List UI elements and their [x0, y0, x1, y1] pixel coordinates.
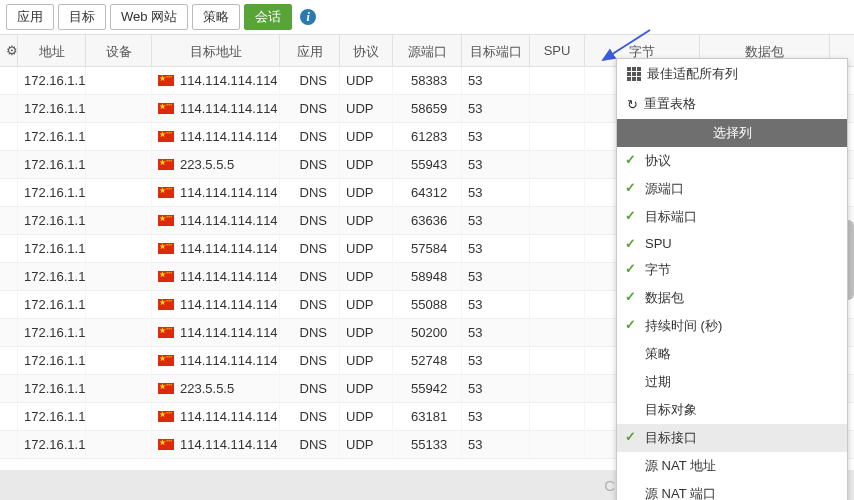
check-icon: ✓: [625, 152, 636, 167]
tab-app[interactable]: 应用: [6, 4, 54, 30]
tab-web[interactable]: Web 网站: [110, 4, 188, 30]
cell-dport: 53: [462, 179, 530, 206]
cell-dev: [86, 347, 152, 374]
col-dev[interactable]: 设备: [86, 35, 152, 66]
row-gutter: [0, 319, 18, 346]
info-icon[interactable]: i: [300, 9, 316, 25]
flag-cn-icon: [158, 131, 174, 142]
cell-src: 172.16.1.18: [18, 179, 86, 206]
flag-cn-icon: [158, 355, 174, 366]
column-toggle[interactable]: ✓目标接口: [617, 424, 847, 452]
flag-cn-icon: [158, 187, 174, 198]
column-toggle[interactable]: ✓字节: [617, 256, 847, 284]
cell-sport: 55943: [393, 151, 462, 178]
flag-cn-icon: [158, 299, 174, 310]
cell-app: DNS: [280, 375, 340, 402]
cell-src: 172.16.1.18: [18, 403, 86, 430]
cell-src: 172.16.1.18: [18, 347, 86, 374]
cell-dst: 114.114.114.114: [152, 263, 280, 290]
tab-policy[interactable]: 策略: [192, 4, 240, 30]
cell-proto: UDP: [340, 263, 393, 290]
row-gutter: [0, 347, 18, 374]
column-toggle[interactable]: 策略: [617, 340, 847, 368]
column-toggle[interactable]: ✓目标端口: [617, 203, 847, 231]
cell-dport: 53: [462, 319, 530, 346]
cell-dst: 114.114.114.114: [152, 123, 280, 150]
row-gutter: [0, 123, 18, 150]
cell-dst: 114.114.114.114: [152, 179, 280, 206]
cell-sport: 63636: [393, 207, 462, 234]
cell-app: DNS: [280, 291, 340, 318]
cell-proto: UDP: [340, 431, 393, 458]
column-toggle[interactable]: ✓SPU: [617, 231, 847, 256]
cell-proto: UDP: [340, 151, 393, 178]
menu-reset-label: 重置表格: [644, 95, 696, 113]
cell-spu: [530, 151, 585, 178]
menu-fit-all[interactable]: 最佳适配所有列: [617, 59, 847, 89]
cell-spu: [530, 319, 585, 346]
col-app[interactable]: 应用: [280, 35, 340, 66]
cell-dev: [86, 123, 152, 150]
cell-dev: [86, 263, 152, 290]
column-toggle[interactable]: 源 NAT 地址: [617, 452, 847, 480]
cell-app: DNS: [280, 95, 340, 122]
check-icon: ✓: [625, 208, 636, 223]
column-toggle[interactable]: ✓协议: [617, 147, 847, 175]
cell-app: DNS: [280, 151, 340, 178]
column-toggle-label: SPU: [645, 236, 672, 251]
cell-src: 172.16.1.18: [18, 151, 86, 178]
cell-dport: 53: [462, 207, 530, 234]
cell-sport: 55942: [393, 375, 462, 402]
column-toggle[interactable]: 目标对象: [617, 396, 847, 424]
cell-src: 172.16.1.18: [18, 431, 86, 458]
row-gutter: [0, 95, 18, 122]
column-toggle-label: 源端口: [645, 181, 684, 196]
cell-sport: 55133: [393, 431, 462, 458]
cell-src: 172.16.1.18: [18, 207, 86, 234]
cell-dport: 53: [462, 123, 530, 150]
col-src[interactable]: 地址: [18, 35, 86, 66]
column-config-button[interactable]: ⚙: [0, 35, 18, 66]
check-icon: ✓: [625, 180, 636, 195]
cell-spu: [530, 235, 585, 262]
cell-src: 172.16.1.18: [18, 263, 86, 290]
column-toggle[interactable]: 过期: [617, 368, 847, 396]
cell-proto: UDP: [340, 235, 393, 262]
cell-dev: [86, 319, 152, 346]
cell-dst: 114.114.114.114: [152, 207, 280, 234]
menu-reset[interactable]: ↻ 重置表格: [617, 89, 847, 119]
check-icon: ✓: [625, 261, 636, 276]
cell-dev: [86, 67, 152, 94]
cell-dst: 114.114.114.114: [152, 431, 280, 458]
cell-sport: 52748: [393, 347, 462, 374]
col-dst[interactable]: 目标地址: [152, 35, 280, 66]
cell-dport: 53: [462, 291, 530, 318]
cell-sport: 64312: [393, 179, 462, 206]
cell-dst: 114.114.114.114: [152, 235, 280, 262]
cell-app: DNS: [280, 67, 340, 94]
cell-proto: UDP: [340, 123, 393, 150]
column-toggle[interactable]: ✓源端口: [617, 175, 847, 203]
tab-target[interactable]: 目标: [58, 4, 106, 30]
cell-src: 172.16.1.18: [18, 95, 86, 122]
column-toggle[interactable]: 源 NAT 端口: [617, 480, 847, 500]
top-tabs: 应用 目标 Web 网站 策略 会话 i: [0, 0, 854, 35]
cell-dport: 53: [462, 403, 530, 430]
cell-dev: [86, 403, 152, 430]
row-gutter: [0, 179, 18, 206]
cell-sport: 58948: [393, 263, 462, 290]
col-spu[interactable]: SPU: [530, 35, 585, 66]
tab-sessions[interactable]: 会话: [244, 4, 292, 30]
col-sport[interactable]: 源端口: [393, 35, 462, 66]
col-dport[interactable]: 目标端口: [462, 35, 530, 66]
column-toggle[interactable]: ✓持续时间 (秒): [617, 312, 847, 340]
flag-cn-icon: [158, 243, 174, 254]
cell-dst: 223.5.5.5: [152, 375, 280, 402]
col-proto[interactable]: 协议: [340, 35, 393, 66]
cell-spu: [530, 95, 585, 122]
cell-app: DNS: [280, 207, 340, 234]
cell-proto: UDP: [340, 67, 393, 94]
column-toggle[interactable]: ✓数据包: [617, 284, 847, 312]
menu-fit-label: 最佳适配所有列: [647, 65, 738, 83]
cell-dev: [86, 235, 152, 262]
